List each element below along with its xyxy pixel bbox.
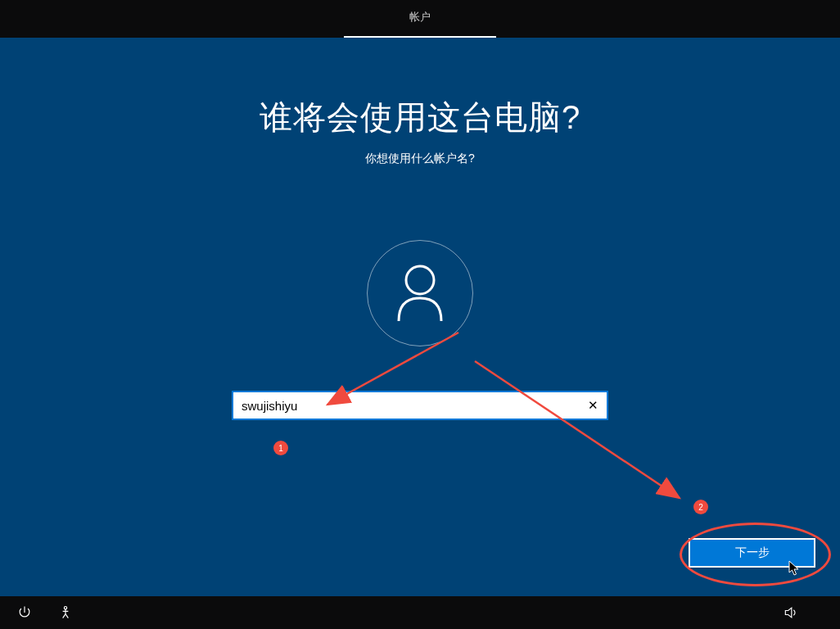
username-input-wrap: ✕ (232, 391, 608, 420)
svg-line-2 (475, 361, 680, 498)
username-input[interactable] (232, 391, 608, 420)
clear-input-icon[interactable]: ✕ (585, 395, 602, 416)
bottom-bar (0, 596, 840, 629)
tab-account[interactable]: 帐户 (344, 0, 496, 38)
next-button[interactable]: 下一步 (689, 538, 815, 568)
title-bar: 帐户 (0, 0, 840, 38)
user-icon (395, 264, 445, 323)
svg-point-0 (406, 266, 434, 294)
annotation-marker-2: 2 (693, 500, 708, 514)
page-title: 谁将会使用这台电脑? (0, 95, 840, 140)
annotation-marker-1: 1 (273, 441, 288, 455)
svg-point-3 (64, 607, 66, 609)
volume-icon[interactable] (783, 604, 799, 621)
power-icon[interactable] (16, 604, 33, 621)
tab-strip: 帐户 (344, 0, 496, 38)
avatar-placeholder (367, 240, 473, 346)
page-subtitle: 你想使用什么帐户名? (0, 152, 840, 166)
accessibility-icon[interactable] (57, 604, 74, 621)
main-content: 谁将会使用这台电脑? 你想使用什么帐户名? ✕ 下一步 1 2 (0, 38, 840, 596)
